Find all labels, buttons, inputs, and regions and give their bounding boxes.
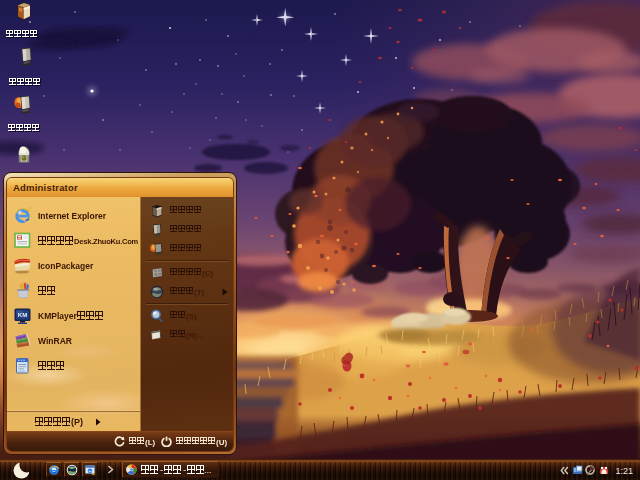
svg-text:KM: KM [18,312,27,318]
